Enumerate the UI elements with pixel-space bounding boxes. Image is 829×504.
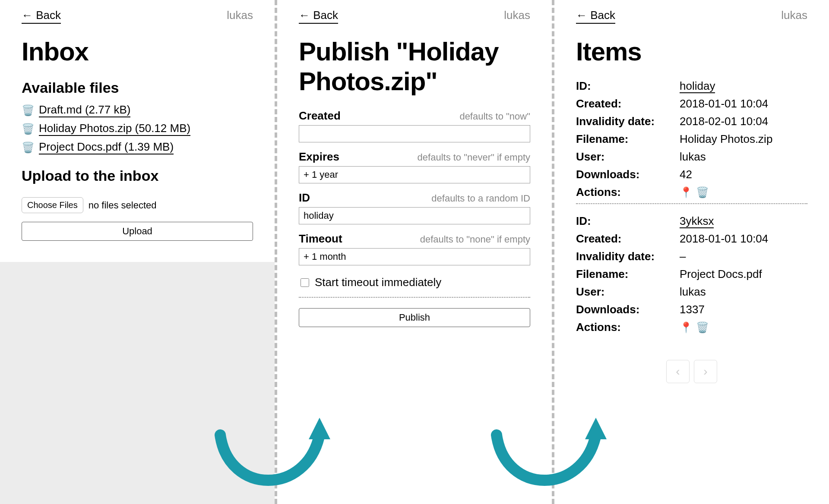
created-key: Created: [576, 232, 680, 246]
created-input[interactable] [299, 125, 530, 142]
start-timeout-checkbox[interactable] [301, 278, 309, 287]
downloads-value: 1337 [680, 303, 807, 316]
user-value: lukas [680, 150, 807, 164]
created-value: 2018-01-01 10:04 [680, 232, 807, 246]
available-files-heading: Available files [22, 79, 253, 96]
item-id-link[interactable]: 3ykksx [680, 214, 714, 228]
username-label: lukas [227, 9, 253, 22]
downloads-value: 42 [680, 168, 807, 181]
no-files-label: no files selected [89, 200, 157, 211]
expires-input[interactable] [299, 166, 530, 183]
item-divider [576, 203, 807, 204]
timeout-input[interactable] [299, 248, 530, 265]
created-hint: defaults to "now" [459, 111, 530, 122]
invalid-key: Invalidity date: [576, 250, 680, 263]
file-row: 🗑️Draft.md (2.77 kB) [22, 103, 253, 117]
trash-icon[interactable]: 🗑️ [22, 142, 35, 154]
user-value: lukas [680, 285, 807, 299]
filename-value: Holiday Photos.zip [680, 132, 807, 146]
id-hint: defaults to a random ID [431, 193, 530, 204]
file-link[interactable]: Holiday Photos.zip (50.12 MB) [39, 122, 190, 136]
page-title: Inbox [22, 37, 253, 66]
timeout-hint: defaults to "none" if empty [420, 234, 530, 245]
item-id-link[interactable]: holiday [680, 79, 715, 93]
id-input[interactable] [299, 207, 530, 224]
invalid-key: Invalidity date: [576, 115, 680, 128]
file-link[interactable]: Draft.md (2.77 kB) [39, 103, 130, 117]
trash-icon[interactable]: 🗑️ [22, 104, 35, 117]
choose-files-button[interactable]: Choose Files [22, 197, 83, 213]
trash-icon[interactable]: 🗑️ [696, 321, 709, 334]
invalid-value: 2018-02-01 10:04 [680, 115, 807, 128]
created-label: Created [299, 109, 341, 123]
upload-button[interactable]: Upload [22, 222, 253, 241]
timeout-label: Timeout [299, 232, 342, 246]
filename-value: Project Docs.pdf [680, 268, 807, 281]
downloads-key: Downloads: [576, 303, 680, 316]
publish-button[interactable]: Publish [299, 308, 530, 327]
id-key: ID: [576, 79, 680, 93]
filename-key: Filename: [576, 132, 680, 146]
file-row: 🗑️Holiday Photos.zip (50.12 MB) [22, 122, 253, 136]
id-key: ID: [576, 214, 680, 228]
id-label: ID [299, 191, 310, 205]
page-title: Items [576, 37, 807, 66]
pager-prev-button[interactable]: ‹ [666, 360, 690, 383]
items-panel: ← Back lukas Items ID:holidayCreated:201… [554, 0, 829, 504]
publish-panel: ← Back lukas Publish "Holiday Photos.zip… [277, 0, 552, 504]
item-block: ID:holidayCreated:2018-01-01 10:04Invali… [576, 79, 807, 204]
downloads-key: Downloads: [576, 168, 680, 181]
back-link[interactable]: ← Back [299, 9, 338, 24]
invalid-value: – [680, 250, 807, 263]
start-timeout-label: Start timeout immediately [315, 276, 441, 289]
pager-next-button[interactable]: › [694, 360, 717, 383]
actions-key: Actions: [576, 186, 680, 199]
inbox-panel: ← Back lukas Inbox Available files 🗑️Dra… [0, 0, 275, 504]
trash-icon[interactable]: 🗑️ [22, 123, 35, 135]
created-key: Created: [576, 97, 680, 110]
username-label: lukas [504, 9, 530, 22]
upload-heading: Upload to the inbox [22, 167, 253, 184]
back-link[interactable]: ← Back [22, 9, 61, 24]
divider-line [299, 297, 530, 298]
file-row: 🗑️Project Docs.pdf (1.39 MB) [22, 140, 253, 154]
user-key: User: [576, 285, 680, 299]
start-timeout-checkbox-row[interactable]: Start timeout immediately [299, 276, 530, 289]
user-key: User: [576, 150, 680, 164]
file-link[interactable]: Project Docs.pdf (1.39 MB) [39, 140, 174, 154]
expires-hint: defaults to "never" if empty [418, 152, 530, 163]
filename-key: Filename: [576, 268, 680, 281]
pin-icon[interactable]: 📍 [680, 186, 693, 198]
actions-key: Actions: [576, 321, 680, 334]
expires-label: Expires [299, 150, 339, 164]
username-label: lukas [781, 9, 807, 22]
page-title: Publish "Holiday Photos.zip" [299, 37, 530, 96]
pin-icon[interactable]: 📍 [680, 321, 693, 334]
trash-icon[interactable]: 🗑️ [696, 186, 709, 198]
back-link[interactable]: ← Back [576, 9, 615, 24]
file-list: 🗑️Draft.md (2.77 kB)🗑️Holiday Photos.zip… [22, 103, 253, 154]
item-block: ID:3ykksxCreated:2018-01-01 10:04Invalid… [576, 214, 807, 334]
created-value: 2018-01-01 10:04 [680, 97, 807, 110]
